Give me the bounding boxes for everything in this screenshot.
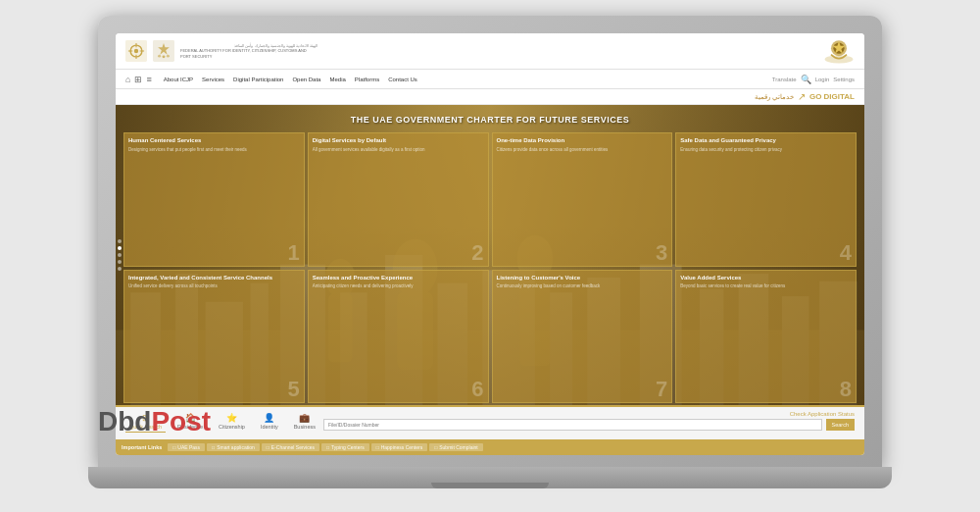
smart-app-icon: □ [212, 444, 215, 450]
screen-bezel: الهيئة الاتحادية للهوية والجنسية والجمار… [98, 16, 882, 467]
svg-point-11 [167, 55, 170, 58]
laptop-screen: الهيئة الاتحادية للهوية والجنسية والجمار… [116, 33, 864, 455]
hero-title: THE UAE GOVERNMENT CHARTER FOR FUTURE SE… [351, 115, 629, 125]
search-button[interactable]: Search [826, 419, 855, 431]
menu-icon[interactable]: ≡ [146, 75, 151, 84]
card-number-8: 8 [840, 379, 852, 400]
card-text-7: Continuously improving based on customer… [497, 283, 668, 289]
go-digital-text-group[interactable]: خدماتي رقمية ↗ GO DIGITAL [755, 91, 855, 102]
svg-point-2 [134, 49, 138, 53]
laptop-base [88, 467, 892, 488]
charter-card-7: 7 Listening to Customer's Voice Continuo… [492, 270, 673, 404]
charter-card-3: 3 One-time Data Provision Citizens provi… [492, 132, 673, 267]
dot-2[interactable] [118, 246, 122, 250]
uae-pass-label: UAE Pass [177, 444, 200, 450]
logo-text: الهيئة الاتحادية للهوية والجنسية والجمار… [180, 43, 318, 59]
quick-search-input[interactable] [323, 419, 822, 431]
dot-3[interactable] [118, 253, 122, 257]
card-text-8: Beyond basic services to create real val… [680, 283, 852, 289]
card-number-4: 4 [840, 242, 852, 264]
card-text-5: Unified service delivery across all touc… [128, 283, 300, 289]
charter-card-5: 5 Integrated, Varied and Consistent Serv… [123, 270, 305, 404]
link-echannel[interactable]: □ E-Channel Services [262, 443, 319, 451]
card-title-2: Digital Services by Default [313, 137, 484, 145]
quick-search-section: ⊞ Quick Search 🏠 Residence ⭐ Citizenship [116, 405, 864, 439]
nav-media[interactable]: Media [325, 75, 349, 84]
card-number-7: 7 [656, 379, 667, 400]
charter-card-1: 1 Human Centered Services Designing serv… [123, 132, 305, 267]
header-right [823, 37, 855, 65]
nav-digital[interactable]: Digital Participation [229, 75, 287, 84]
card-text-3: Citizens provide data once across all go… [497, 147, 668, 153]
settings-label[interactable]: Settings [833, 77, 855, 82]
tab-identity[interactable]: 👤 Identity [257, 411, 282, 433]
card-title-3: One-time Data Provision [497, 137, 668, 145]
identity-tab-label: Identity [261, 424, 278, 430]
link-submit-complaint[interactable]: □ Submit Complaint [429, 443, 483, 451]
card-number-1: 1 [288, 242, 300, 264]
citizenship-icon: ⭐ [226, 413, 237, 423]
translate-label[interactable]: Translate [772, 77, 797, 82]
link-happiness-centers[interactable]: □ Happiness Centers [371, 443, 428, 451]
happiness-icon: □ [376, 444, 379, 450]
link-smart-app[interactable]: □ Smart application [207, 443, 260, 451]
charter-card-6: 6 Seamless and Proactive Experience Anti… [308, 270, 489, 404]
nav-platforms[interactable]: Platforms [351, 75, 383, 84]
nav-links: About ICJP Services Digital Participatio… [160, 75, 770, 84]
identity-icon: 👤 [264, 413, 274, 423]
link-uae-pass[interactable]: □ UAE Pass [168, 443, 205, 451]
login-label[interactable]: Login [815, 77, 830, 82]
laptop-wrapper: DbdPost [69, 16, 911, 496]
card-title-1: Human Centered Services [128, 137, 300, 145]
charter-card-2: 2 Digital Services by Default All govern… [308, 132, 489, 267]
tab-business[interactable]: 💼 Business [290, 411, 319, 433]
dot-4[interactable] [118, 260, 122, 264]
happiness-label: Happiness Centers [381, 444, 423, 450]
typing-label: Typing Centers [331, 444, 365, 450]
svg-point-12 [825, 55, 854, 63]
card-text-1: Designing services that put people first… [128, 147, 300, 153]
watermark: DbdPost [98, 406, 211, 437]
dot-1[interactable] [118, 239, 122, 243]
dot-5[interactable] [118, 267, 122, 271]
card-title-5: Integrated, Varied and Consistent Servic… [128, 275, 300, 282]
nav-about[interactable]: About ICJP [160, 75, 197, 84]
card-title-4: Safe Data and Guaranteed Privacy [680, 137, 852, 145]
uae-pass-icon: □ [172, 444, 175, 450]
card-title-7: Listening to Customer's Voice [497, 275, 668, 282]
charter-grid: 1 Human Centered Services Designing serv… [122, 130, 858, 405]
carousel-dots [118, 239, 122, 271]
important-links-bar: Important Links □ UAE Pass □ Smart appli… [116, 439, 864, 455]
link-typing-centers[interactable]: □ Typing Centers [321, 443, 369, 451]
smart-app-label: Smart application [217, 444, 255, 450]
org-emblem [153, 40, 174, 62]
tab-citizenship[interactable]: ⭐ Citizenship [215, 411, 249, 433]
uae-emblem-icon [823, 37, 855, 65]
card-number-6: 6 [471, 379, 483, 400]
charter-card-8: 8 Value Added Services Beyond basic serv… [675, 270, 857, 404]
home-icon[interactable]: ⌂ [125, 75, 130, 84]
quick-search-input-row: Search [323, 419, 855, 431]
card-title-6: Seamless and Proactive Experience [313, 275, 484, 282]
nav-contact[interactable]: Contact Us [384, 75, 421, 84]
header-left: الهيئة الاتحادية للهوية والجنسية والجمار… [125, 40, 318, 62]
site-header: الهيئة الاتحادية للهوية والجنسية والجمار… [116, 33, 864, 70]
go-digital-banner: خدماتي رقمية ↗ GO DIGITAL [116, 89, 864, 105]
website-container: الهيئة الاتحادية للهوية والجنسية والجمار… [116, 33, 864, 455]
nav-services[interactable]: Services [198, 75, 228, 84]
main-navbar: ⌂ ⊞ ≡ About ICJP Services Digital Partic… [116, 70, 864, 89]
echannel-label: E-Channel Services [271, 444, 315, 450]
search-icon[interactable]: 🔍 [801, 75, 811, 84]
nav-opendata[interactable]: Open Data [288, 75, 324, 84]
citizenship-tab-label: Citizenship [219, 424, 245, 430]
card-text-6: Anticipating citizen needs and deliverin… [313, 283, 484, 289]
svg-point-9 [158, 55, 161, 58]
card-text-2: All government services available digita… [313, 147, 484, 153]
logo-icon [125, 40, 147, 62]
grid-icon[interactable]: ⊞ [134, 75, 142, 84]
typing-icon: □ [326, 444, 329, 450]
check-app-status-label: Check Application Status [323, 411, 855, 417]
nav-icon-group: ⌂ ⊞ ≡ [125, 75, 152, 84]
hero-section: THE UAE GOVERNMENT CHARTER FOR FUTURE SE… [116, 105, 864, 405]
echannel-icon: □ [267, 444, 270, 450]
